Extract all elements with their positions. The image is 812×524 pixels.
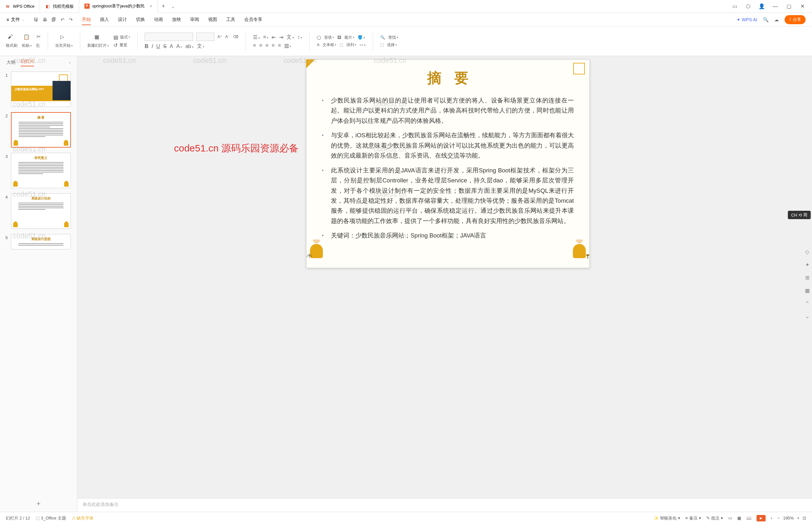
menu-start[interactable]: 开始 <box>82 17 91 25</box>
maximize-button[interactable]: ▢ <box>785 3 793 10</box>
fit-window-icon[interactable]: ⊡ <box>803 515 806 521</box>
menu-design[interactable]: 设计 <box>118 17 127 22</box>
slide-position[interactable]: 幻灯片 2 / 12 <box>6 515 30 521</box>
from-current-button[interactable]: ▷ 当页开始 <box>55 34 73 48</box>
missing-font-warning[interactable]: ⚠ 缺失字体 <box>72 515 94 521</box>
menu-review[interactable]: 审阅 <box>190 17 199 22</box>
align-distribute-icon[interactable]: ≡ <box>278 43 281 48</box>
italic-icon[interactable]: I <box>152 44 153 49</box>
new-tab-button[interactable]: + <box>158 3 169 10</box>
outline-icon[interactable]: ▭ <box>360 43 366 47</box>
textbox-icon[interactable]: A <box>317 43 319 47</box>
highlight-icon[interactable]: ab <box>185 44 193 49</box>
theme-indicator[interactable]: ⬚ 3_Office 主题 <box>36 515 66 521</box>
format-painter-button[interactable]: 🖌 格式刷 <box>6 34 17 48</box>
slideshow-button[interactable]: ▶ <box>757 515 766 521</box>
decrease-font-icon[interactable]: A⁻ <box>225 34 230 39</box>
review-toggle[interactable]: ✎ 批注 ▾ <box>706 515 723 521</box>
bullet-item[interactable]: 少数民族音乐网站的目的是让使用者可以更方便的将人、设备和场景更立体的连接在一起。… <box>322 95 574 126</box>
slide-thumbnail-4[interactable]: 系统设计目的 <box>11 193 71 229</box>
picture-icon[interactable]: 🖼 <box>337 35 341 39</box>
picture-button[interactable]: 图片 <box>345 35 354 40</box>
file-menu[interactable]: ≡ 文件 ⌄ <box>6 17 24 22</box>
normal-view-icon[interactable]: ▭ <box>728 515 732 521</box>
slides-tab[interactable]: 幻灯片 <box>21 59 34 66</box>
bullet-item[interactable]: 关键词：少数民族音乐网站；Spring Boot框架；JAVA语言 <box>322 230 574 241</box>
text-direction-icon[interactable]: 文 <box>286 34 294 40</box>
rail-item-icon[interactable]: ⊞ <box>803 274 811 281</box>
notes-pane[interactable]: 单击此处添加备注 <box>77 498 812 512</box>
text-effects-icon[interactable]: 文 <box>197 43 204 50</box>
rail-item-icon[interactable]: ✦ <box>803 261 811 268</box>
arrange-icon[interactable]: ⬚ <box>339 43 343 47</box>
slide-thumbnail-2[interactable]: 摘 要 <box>11 112 71 148</box>
collapse-panel-icon[interactable]: ‹ <box>69 60 70 65</box>
wps-ai-button[interactable]: ✦WPS AI <box>736 17 757 22</box>
redo-icon[interactable]: ↷ <box>69 17 73 22</box>
print-preview-icon[interactable]: 🗐 <box>52 17 56 22</box>
menu-tools[interactable]: 工具 <box>226 17 235 22</box>
slide-title[interactable]: 摘要 <box>335 69 574 88</box>
bullet-item[interactable]: 此系统设计主要采用的是JAVA语言来进行开发，采用Spring Boot框架技术… <box>322 165 574 226</box>
copy-icon[interactable]: ⎘ <box>36 43 40 49</box>
menu-insert[interactable]: 插入 <box>100 17 109 22</box>
columns-icon[interactable]: ▥ <box>284 43 292 49</box>
font-color-icon[interactable]: A <box>176 44 182 49</box>
tab-wps-office[interactable]: W WPS Office <box>0 0 40 13</box>
avatar-icon[interactable]: 👤 <box>758 3 766 10</box>
indent-increase-icon[interactable]: ⇥ <box>279 34 283 40</box>
tab-docer[interactable]: ◧ 找稻壳模板 <box>40 0 79 13</box>
align-right-icon[interactable]: ≡ <box>266 43 268 48</box>
undo-icon[interactable]: ↶ <box>61 17 64 22</box>
textbox-button[interactable]: 文本框 <box>322 42 336 48</box>
slide-canvas[interactable]: 摘要 少数民族音乐网站的目的是让使用者可以更方便的将人、设备和场景更立体的连接在… <box>306 59 590 268</box>
increase-font-icon[interactable]: A⁺ <box>217 34 222 39</box>
menu-transition[interactable]: 切换 <box>136 17 145 22</box>
new-slide-button[interactable]: ▦ 新建幻灯片 <box>87 34 109 48</box>
outline-tab[interactable]: 大纲 <box>6 60 15 65</box>
close-button[interactable]: ✕ <box>798 3 806 10</box>
line-spacing-icon[interactable]: ↕ <box>297 34 302 40</box>
minimize-button[interactable]: — <box>772 3 779 10</box>
shape-button[interactable]: 形状 <box>324 35 334 40</box>
cloud-icon[interactable]: ☁ <box>774 17 779 22</box>
notes-toggle[interactable]: ≡ 备注 ▾ <box>685 515 701 521</box>
share-button[interactable]: ⤴分享 <box>784 15 806 24</box>
tab-document[interactable]: P springboot基于java的少数民 × <box>79 0 158 13</box>
tab-menu-chevron[interactable]: ⌄ <box>171 3 175 9</box>
reading-view-icon[interactable]: 📖 <box>746 515 751 521</box>
align-justify-icon[interactable]: ≡ <box>272 43 275 48</box>
search-icon[interactable]: 🔍 <box>763 17 768 22</box>
paste-button[interactable]: 📋 粘贴 <box>22 34 32 48</box>
arrange-button[interactable]: 排列 <box>346 42 357 48</box>
menu-view[interactable]: 视图 <box>208 17 217 22</box>
select-icon[interactable]: ⬚ <box>380 43 384 47</box>
save-icon[interactable]: 🖫 <box>34 17 38 22</box>
strikethrough-icon[interactable]: S̶ <box>163 43 167 49</box>
shadow-icon[interactable]: A <box>170 44 173 49</box>
rail-up-icon[interactable]: ⌃ <box>803 300 811 307</box>
shapes-icon[interactable]: ◯ <box>317 35 321 39</box>
font-size-select[interactable] <box>196 33 214 41</box>
find-button[interactable]: 查找 <box>388 35 398 40</box>
app-menu-icon[interactable]: ▭ <box>731 3 739 10</box>
slide-thumbnail-1[interactable]: 少数民族音乐网站 PPT <box>11 71 71 107</box>
slide-thumbnail-5[interactable]: 系统设计思想 <box>11 234 71 249</box>
zoom-in-button[interactable]: + <box>797 515 799 521</box>
numbering-icon[interactable]: ≡ <box>263 34 269 40</box>
menu-slideshow[interactable]: 放映 <box>172 17 181 22</box>
ime-indicator[interactable]: CH⟲简 <box>788 211 811 219</box>
cut-icon[interactable]: ✂ <box>36 33 40 39</box>
bullet-item[interactable]: 与安卓，iOS相比较起来，少数民族音乐网站在流畅性，续航能力，等方方面面都有着很… <box>322 130 574 161</box>
cube-icon[interactable]: ⬡ <box>744 3 752 10</box>
zoom-out-button[interactable]: − <box>778 515 780 521</box>
fill-icon[interactable]: 🪣 <box>358 35 365 39</box>
reset-button[interactable]: ↺ 重置 <box>113 42 130 48</box>
print-icon[interactable]: 🖶 <box>43 17 47 22</box>
rail-item-icon[interactable]: ◇ <box>803 248 811 255</box>
menu-animation[interactable]: 动画 <box>154 17 163 22</box>
align-center-icon[interactable]: ≡ <box>259 43 262 48</box>
rail-down-icon[interactable]: ⌄ <box>803 313 811 320</box>
slide-thumbnail-3[interactable]: 研究意义 <box>11 153 71 188</box>
align-left-icon[interactable]: ≡ <box>253 43 256 48</box>
